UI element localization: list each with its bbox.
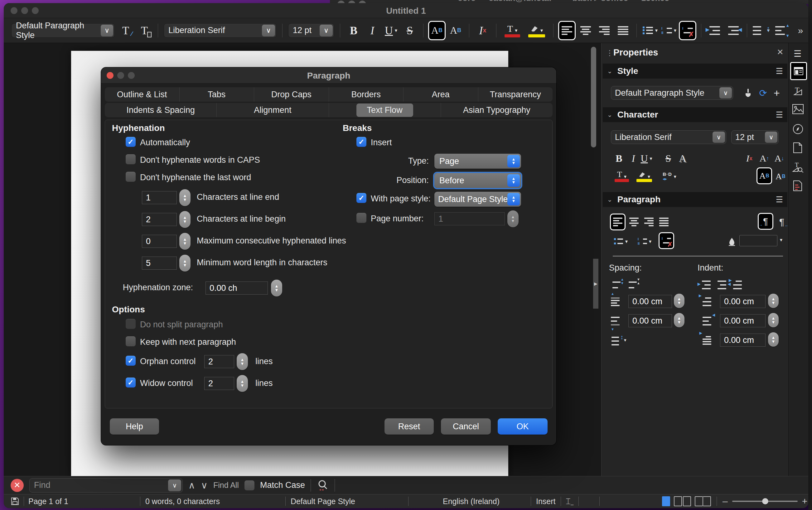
tab-asian-typography[interactable]: Asian Typography	[441, 103, 553, 117]
chevron-down-icon[interactable]: ∨	[262, 25, 275, 36]
line-spacing-icon[interactable]: ↕▾	[753, 22, 770, 39]
help-button[interactable]: Help	[110, 418, 159, 434]
align-left-icon[interactable]	[611, 214, 625, 230]
find-all-button[interactable]: Find All	[213, 481, 239, 490]
multi-page-view-icon[interactable]	[674, 496, 691, 506]
chevron-down-icon[interactable]: ▾	[780, 237, 782, 243]
no-list-icon[interactable]: I ✗	[680, 22, 695, 39]
align-right-icon[interactable]	[597, 22, 612, 39]
insert-checkbox[interactable]: ✓	[356, 137, 367, 147]
cancel-button[interactable]: Cancel	[441, 418, 491, 434]
italic-icon[interactable]: I	[627, 151, 640, 166]
align-right-icon[interactable]	[642, 214, 656, 230]
ordered-list-icon[interactable]: I II ▾	[635, 234, 655, 249]
update-style-icon[interactable]: T∕	[118, 22, 134, 39]
orphan-control-checkbox[interactable]: ✓	[126, 356, 136, 366]
indent-after-text-field[interactable]: 0.00 cm	[720, 314, 765, 327]
status-page-count[interactable]: Page 1 of 1	[28, 497, 68, 506]
toolbar-overflow-icon[interactable]: »	[793, 22, 808, 39]
clear-formatting-icon[interactable]: Ix	[475, 22, 491, 39]
sidebar-style-combobox[interactable]: Default Paragraph Style ∨	[611, 86, 733, 100]
reset-button[interactable]: Reset	[384, 418, 434, 434]
section-menu-icon[interactable]: ☰	[776, 66, 783, 76]
sidebar-font-name-combobox[interactable]: Liberation Serif ∨	[611, 130, 726, 144]
line-spacing-icon[interactable]: ↕	[608, 334, 622, 349]
align-center-icon[interactable]	[578, 22, 593, 39]
spacing-above-stepper[interactable]: ▲▼	[674, 294, 685, 308]
select-stepper-icon[interactable]: ▲▼	[508, 155, 520, 168]
chevron-down-icon[interactable]: ∨	[765, 131, 777, 143]
chevron-down-icon[interactable]: ∨	[713, 131, 725, 143]
chevron-down-icon[interactable]: ∨	[320, 25, 333, 36]
position-select[interactable]: Before ▲▼	[434, 173, 521, 188]
sidebar-close-icon[interactable]: ✕	[777, 48, 784, 57]
decrease-indent-icon[interactable]: ◀	[715, 277, 729, 292]
character-section-header[interactable]: ⌄ Character ☰	[603, 107, 787, 122]
refresh-style-icon[interactable]: ⟳	[756, 85, 770, 100]
bold-icon[interactable]: B	[612, 151, 626, 166]
sidebar-font-size-combobox[interactable]: 12 pt ∨	[731, 130, 779, 144]
select-stepper-icon[interactable]: ▲▼	[508, 174, 520, 187]
decrease-paragraph-spacing-icon[interactable]: ▼▲	[626, 277, 640, 292]
new-style-icon[interactable]: T	[137, 22, 152, 39]
strikethrough-icon[interactable]: S	[661, 151, 675, 166]
status-page-style[interactable]: Default Page Style	[291, 497, 355, 506]
increase-indent-icon[interactable]: ◀	[726, 22, 741, 39]
orphan-lines-stepper[interactable]: ▲▼	[237, 353, 248, 370]
status-insert-mode[interactable]: Insert	[536, 497, 556, 506]
line-begin-field[interactable]: 2	[142, 213, 177, 226]
tab-indents-and-spacing[interactable]: Indents & Spacing	[105, 103, 216, 117]
chevron-down-icon[interactable]: ⌄	[607, 196, 612, 203]
spacing-above-field[interactable]: 0.00 cm	[628, 295, 672, 308]
align-center-icon[interactable]	[627, 214, 641, 230]
underline-icon[interactable]: U▾	[640, 151, 653, 166]
tab-accessibility-check-icon[interactable]	[793, 180, 802, 191]
indent-first-line-stepper[interactable]: ▲▼	[768, 332, 779, 347]
status-word-count[interactable]: 0 words, 0 characters	[145, 497, 220, 506]
superscript-icon[interactable]: AB	[757, 168, 771, 183]
underline-icon[interactable]: U▾	[383, 22, 399, 39]
vertical-scrollbar[interactable]	[591, 47, 596, 147]
decrease-font-size-icon[interactable]: A↓	[773, 151, 786, 166]
strikethrough-icon[interactable]: S	[402, 22, 417, 39]
tab-tabs[interactable]: Tabs	[179, 87, 254, 101]
status-language[interactable]: English (Ireland)	[443, 497, 499, 506]
font-size-combobox[interactable]: 12 pt ∨	[288, 23, 334, 38]
tab-drop-caps[interactable]: Drop Caps	[254, 87, 329, 101]
no-list-icon[interactable]: I ✗	[660, 233, 673, 248]
tab-properties-icon[interactable]	[791, 63, 806, 79]
chevron-down-icon[interactable]: ⌄	[607, 111, 612, 118]
chevron-down-icon[interactable]: ▾	[624, 337, 627, 343]
ordered-list-icon[interactable]: I II ▾	[661, 22, 677, 39]
no-caps-checkbox[interactable]	[126, 154, 136, 164]
line-begin-stepper[interactable]: ▲▼	[179, 211, 191, 228]
single-page-view-icon[interactable]	[662, 496, 670, 506]
line-end-field[interactable]: 1	[142, 191, 177, 204]
paragraph-style-combobox[interactable]: Default Paragraph Style ∨	[11, 23, 115, 38]
justify-icon[interactable]	[615, 22, 631, 39]
justify-icon[interactable]	[657, 214, 671, 230]
page-style-checkbox[interactable]: ✓	[356, 193, 367, 203]
character-spacing-icon[interactable]: B·D◂▸▾	[658, 169, 682, 184]
increase-indent-icon[interactable]: ▶	[699, 277, 713, 292]
sidebar-collapse-handle[interactable]: ▶	[593, 259, 599, 309]
page-number-checkbox[interactable]	[356, 213, 367, 223]
widow-control-checkbox[interactable]: ✓	[126, 378, 136, 388]
tab-page-icon[interactable]	[793, 142, 802, 153]
zoom-slider-knob[interactable]	[762, 498, 768, 504]
clear-formatting-icon[interactable]: Ix	[743, 151, 756, 166]
background-color-swatch[interactable]	[740, 235, 777, 246]
highlight-color-icon[interactable]: ▾	[526, 22, 548, 39]
subscript-icon[interactable]: AB	[774, 169, 787, 184]
line-end-stepper[interactable]: ▲▼	[179, 189, 191, 206]
min-word-field[interactable]: 5	[142, 257, 177, 270]
max-consecutive-field[interactable]: 0	[142, 235, 177, 248]
sidebar-settings-icon[interactable]: ☰	[793, 49, 802, 59]
save-status-icon[interactable]	[10, 497, 19, 506]
chevron-down-icon[interactable]: ∨	[719, 87, 732, 98]
paragraph-rtl-icon[interactable]: ¶←	[775, 214, 789, 230]
tab-alignment[interactable]: Alignment	[216, 103, 328, 117]
tab-text-flow[interactable]: Text Flow	[329, 103, 441, 117]
find-input[interactable]	[30, 480, 168, 490]
match-case-checkbox[interactable]	[244, 480, 255, 490]
